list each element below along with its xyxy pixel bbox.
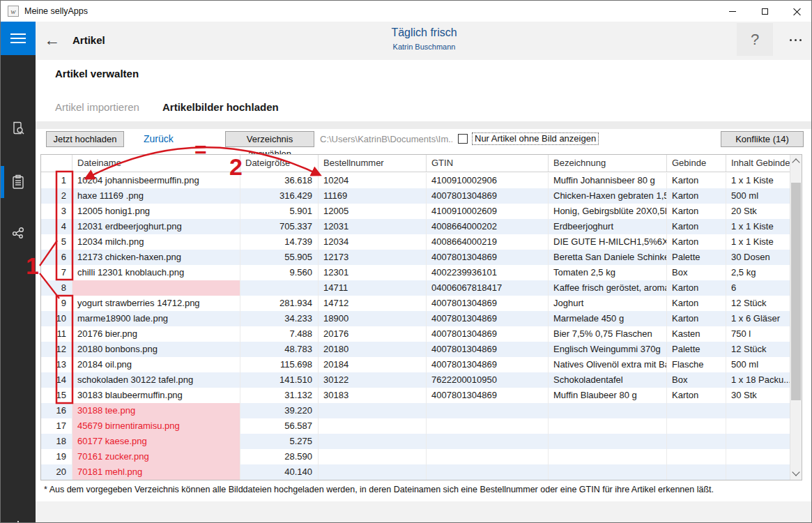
cell-num: 4 [41,219,72,234]
table-row[interactable]: 9yogurt strawberries 14712.png281.934147… [41,296,790,311]
cell-num: 5 [41,234,72,250]
table-row[interactable]: 14schokoladen 30122 tafel.png141.5103012… [41,372,790,388]
cell-gtin [427,434,549,449]
table-row[interactable]: 1530183 blaubeermuffin.png31.13230183400… [41,388,790,403]
cell-file: haxe 11169 .png [72,188,240,204]
table-row[interactable]: 110204 johannisbeermuffin.png36.61810204… [41,173,790,188]
tab-artikelbilder-hochladen[interactable]: Artikelbilder hochladen [162,101,279,113]
column-header-file[interactable]: Dateiname [72,155,240,172]
cell-size: 115.698 [240,357,319,372]
directory-path: C:\Users\KatrinB\Documents\Im... [320,134,452,144]
tab-divider-strip [36,121,812,129]
sidebar-item-articles[interactable] [1,166,36,198]
cell-num: 11 [41,326,72,342]
table-row[interactable]: 1745679 birnentiramisu.png56.587 [41,418,790,434]
sidebar-item-share[interactable] [1,217,36,249]
cell-num: 17 [41,418,72,434]
cell-order: 12301 [319,265,427,280]
back-link[interactable]: Zurück [144,133,174,144]
cell-order [319,449,427,464]
table-row[interactable]: 512034 milch.png14.739120344008664000219… [41,234,790,250]
conflicts-button[interactable]: Konflikte (14) [721,131,804,147]
column-header-gtin[interactable]: GTIN [427,155,549,172]
help-button[interactable]: ? [737,23,773,56]
column-header-name[interactable]: Bezeichnung [549,155,667,172]
table-row[interactable]: 1970161 zucker.png28.590 [41,449,790,464]
table-row[interactable]: 1860177 kaese.png5.275 [41,434,790,449]
cell-size: 48.783 [240,342,319,357]
cell-content: 500 ml [726,357,790,372]
only-without-image-label[interactable]: Nur Artikel ohne Bild anzeigen [472,132,599,145]
cell-file: 70161 zucker.png [72,449,240,464]
cell-num: 3 [41,204,72,219]
cell-size: 5.901 [240,204,319,219]
cell-size: 34.233 [240,311,319,326]
minimize-icon [729,11,736,12]
table-row[interactable]: 2haxe 11169 .png316.42911169400780130486… [41,188,790,204]
column-header-size[interactable]: Dateigröße [240,155,319,172]
cell-pack: Kasten [667,326,726,342]
table-row[interactable]: 7chilli 12301 knoblauch.png9.56012301400… [41,265,790,280]
cell-pack: Karton [667,296,726,311]
vertical-scrollbar[interactable] [790,155,802,480]
cell-num: 15 [41,388,72,403]
sidebar-item-settings[interactable] [1,511,36,523]
sidebar-item-catalog[interactable] [1,112,36,144]
cell-order: 20184 [319,357,427,372]
cell-file: 20180 bonbons.png [72,342,240,357]
section-heading: Artikel verwalten [55,68,139,79]
close-icon [793,8,801,15]
close-button[interactable] [781,1,812,22]
cell-num: 1 [41,173,72,188]
cell-name [549,464,667,480]
cell-content [726,403,790,418]
column-header-content[interactable]: Inhalt Gebinde [726,155,790,172]
app-window: w Meine sellyApps [0,0,812,523]
scrollbar-thumb[interactable] [791,183,801,400]
share-network-icon [10,225,26,241]
hamburger-menu-button[interactable] [1,22,36,55]
table-row[interactable]: 1630188 tee.png39.220 [41,403,790,418]
table-row[interactable]: 1220180 bonbons.png48.783201804007801304… [41,342,790,357]
table-row[interactable]: 1320184 oil.png115.698201844007801304869… [41,357,790,372]
scroll-down-icon[interactable] [792,468,799,476]
table-row[interactable]: 612173 chicken-haxen.png55.9051217340078… [41,250,790,265]
cell-file: 12173 chicken-haxen.png [72,250,240,265]
table-row[interactable]: 81471104006067818417Kaffee frisch geröst… [41,280,790,296]
only-without-image-checkbox[interactable] [458,134,468,144]
table-row[interactable]: 1120176 bier.png7.488201764007801304869B… [41,326,790,342]
cell-name: Muffin Johannisbeer 80 g [549,173,667,188]
more-options-button[interactable] [780,30,811,50]
cell-num: 18 [41,434,72,449]
cell-content: 500 ml [726,188,790,204]
upload-now-button[interactable]: Jetzt hochladen [46,131,124,147]
cell-file: 12034 milch.png [72,234,240,250]
cell-file: yogurt strawberries 14712.png [72,296,240,311]
cell-pack: Palette [667,250,726,265]
cell-name: Natives Olivenöl extra mit Ba... [549,357,667,372]
scroll-up-icon[interactable] [792,158,799,166]
cell-gtin: 04006067818417 [427,280,549,296]
table-row[interactable]: 412031 erdbeerjoghurt.png705.33712031400… [41,219,790,234]
cell-content: 1 x 18 Packu... [726,372,790,388]
maximize-button[interactable] [749,1,781,22]
cell-size: 281.934 [240,296,319,311]
column-header-pack[interactable]: Gebinde [667,155,726,172]
cell-pack: Flasche [667,357,726,372]
table-row[interactable]: 10marme18900 lade.png34.2331890040078013… [41,311,790,326]
cell-file: 45679 birnentiramisu.png [72,418,240,434]
choose-directory-button[interactable]: Verzeichnis auswählen [225,131,314,147]
table-row[interactable]: 312005 honig1.png5.901120054100910002609… [41,204,790,219]
cell-name: Tomaten 2,5 kg [549,265,667,280]
cell-order: 12173 [319,250,427,265]
minimize-button[interactable] [717,1,749,22]
cell-pack: Karton [667,388,726,403]
cell-gtin: 4007801304869 [427,342,549,357]
cell-name: Muffin Blaubeer 80 g [549,388,667,403]
column-header-order[interactable]: Bestellnummer [319,155,427,172]
column-header-num[interactable] [41,155,72,172]
table-body: 110204 johannisbeermuffin.png36.61810204… [41,173,790,480]
cell-file [72,280,240,296]
table-row[interactable]: 2070181 mehl.png40.140 [41,464,790,480]
tab-artikel-importieren[interactable]: Artikel importieren [55,101,139,113]
